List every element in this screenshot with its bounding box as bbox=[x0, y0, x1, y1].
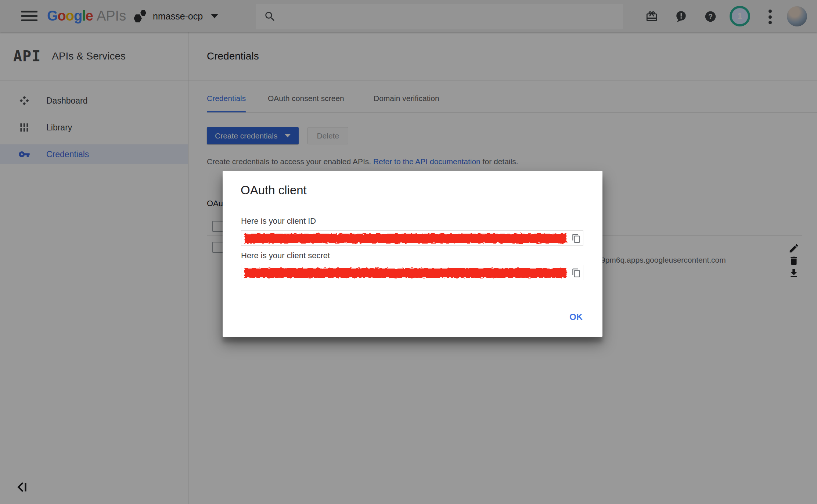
client-id-redaction bbox=[243, 232, 571, 244]
client-secret-field[interactable] bbox=[241, 265, 583, 280]
ok-button[interactable]: OK bbox=[566, 310, 586, 324]
oauth-client-dialog: OAuth client Here is your client ID Here… bbox=[223, 171, 602, 337]
page: GoogleAPIs nmasse-ocp ? bbox=[0, 0, 817, 504]
client-secret-redaction bbox=[243, 266, 571, 279]
client-id-label: Here is your client ID bbox=[241, 216, 316, 226]
client-id-field[interactable] bbox=[241, 230, 583, 246]
copy-icon[interactable] bbox=[572, 233, 581, 244]
copy-icon[interactable] bbox=[572, 268, 581, 278]
modal-title: OAuth client bbox=[241, 183, 307, 197]
client-secret-label: Here is your client secret bbox=[241, 251, 330, 260]
